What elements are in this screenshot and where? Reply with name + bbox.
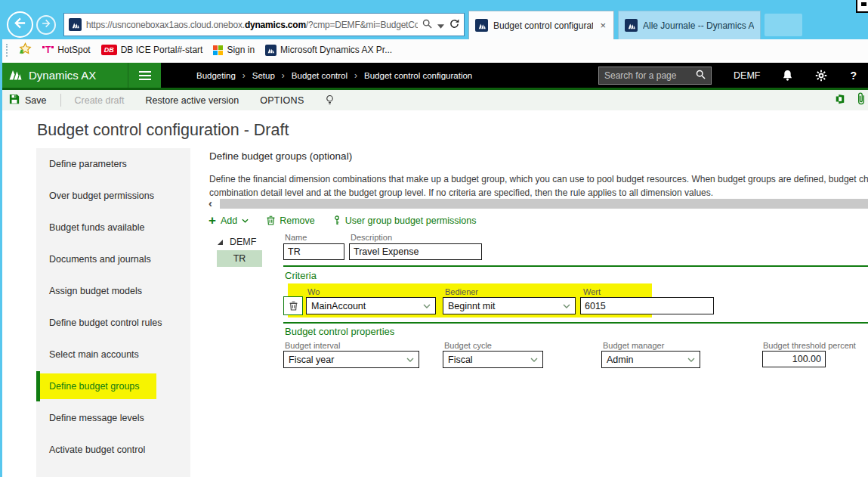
save-button[interactable]: Save [9, 94, 57, 107]
favorites-grip-handle[interactable] [6, 44, 8, 57]
sidebar-item-activate-budget-control[interactable]: Activate budget control [36, 434, 190, 466]
url-dropdown-icon[interactable] [437, 18, 444, 32]
budget-manager-label: Budget manager [603, 341, 664, 350]
page-search-input[interactable] [604, 70, 693, 81]
browser-tab-inactive[interactable]: Alle Journale -- Dynamics AX V... [618, 11, 761, 39]
home-button[interactable]: Dynamics AX [0, 67, 128, 84]
settings-gear-icon[interactable] [804, 63, 839, 88]
key-icon [333, 215, 341, 226]
chevron-down-icon [687, 358, 695, 362]
page-search-box[interactable] [598, 67, 712, 85]
minimize-icon [861, 2, 866, 6]
company-picker[interactable]: DEMF [722, 63, 771, 88]
value-input[interactable] [580, 297, 714, 314]
criteria-header: Criteria [285, 270, 317, 281]
attachments-paperclip-icon[interactable] [857, 92, 865, 108]
chevron-down-icon [406, 358, 414, 362]
notifications-bell-icon[interactable] [771, 63, 804, 88]
favorite-hotspot[interactable]: T HotSpot [42, 45, 91, 55]
add-button[interactable]: + Add [209, 215, 249, 226]
description-input[interactable] [349, 243, 482, 260]
budget-threshold-percent-input[interactable] [762, 351, 826, 367]
window-minimize-button[interactable] [856, 0, 868, 13]
sidebar-item-documents-and-journals[interactable]: Documents and journals [36, 243, 190, 275]
user-group-budget-permissions-button[interactable]: User group budget permissions [333, 215, 477, 226]
url-search-icon[interactable] [422, 18, 432, 32]
favorite-sign-in[interactable]: Sign in [213, 45, 255, 55]
back-arrow-icon [13, 16, 27, 33]
restore-active-version-button[interactable]: Restore active version [135, 95, 250, 106]
sidebar-item-budget-funds-available[interactable]: Budget funds available [36, 212, 190, 243]
save-floppy-icon [9, 94, 20, 107]
section-description-line1: Define the financial dimension combinati… [209, 174, 868, 184]
browser-back-button[interactable] [7, 11, 33, 38]
trash-icon [289, 301, 298, 311]
description-label: Description [351, 233, 392, 242]
section-divider [283, 265, 868, 267]
operator-dropdown[interactable]: Beginnt mit [443, 297, 576, 314]
sidebar-item-over-budget-permissions[interactable]: Over budget permissions [36, 180, 190, 212]
budget-interval-dropdown[interactable]: Fiscal year [283, 351, 419, 368]
tree-node-demf[interactable]: DEMF [218, 237, 256, 247]
where-dropdown[interactable]: MainAccount [306, 297, 436, 314]
favorite-db-ice-portal[interactable]: DB DB ICE Portal#-start [101, 45, 203, 55]
action-bar: Save Create draft Restore active version… [0, 90, 868, 110]
address-bar[interactable]: https://usnconeboxax1aos.cloud.onebox.dy… [63, 13, 465, 36]
dynamics-ax-logo [8, 67, 23, 84]
refresh-icon[interactable] [449, 18, 459, 32]
search-icon[interactable] [696, 69, 706, 82]
grid-toolbar: + Add Remove User group budget permissio… [209, 215, 476, 226]
header-right-tools: DEMF ? [598, 63, 868, 88]
chevron-down-icon [423, 304, 431, 308]
browser-title-bar: https://usnconeboxax1aos.cloud.onebox.dy… [0, 0, 868, 39]
name-input[interactable] [283, 243, 344, 260]
where-label: Wo [307, 287, 320, 296]
remove-button[interactable]: Remove [267, 215, 315, 226]
breadcrumb-budget-control-configuration[interactable]: Budget control configuration [364, 71, 472, 80]
open-in-office-icon[interactable] [835, 94, 845, 107]
ideas-lightbulb-icon[interactable] [315, 94, 344, 106]
budget-interval-label: Budget interval [285, 341, 340, 350]
favorite-dynamics-ax[interactable]: Microsoft Dynamics AX Pr... [265, 45, 392, 56]
create-draft-button[interactable]: Create draft [64, 95, 135, 106]
plus-icon: + [209, 215, 216, 226]
breadcrumb-budget-control[interactable]: Budget control [292, 71, 348, 80]
scroll-left-chevron-icon[interactable]: ‹ [209, 197, 212, 209]
options-menu-button[interactable]: OPTIONS [249, 95, 314, 106]
t-mobile-icon: T [42, 45, 54, 55]
browser-tab-active[interactable]: Budget control configuratio... × [468, 11, 614, 39]
browser-forward-button[interactable] [36, 15, 56, 35]
sidebar-item-select-main-accounts[interactable]: Select main accounts [36, 339, 190, 370]
breadcrumb-budgeting[interactable]: Budgeting [196, 71, 236, 80]
breadcrumb-setup[interactable]: Setup [252, 71, 275, 80]
tree-node-tr-selected[interactable]: TR [217, 250, 262, 267]
budget-cycle-dropdown[interactable]: Fiscal [443, 351, 543, 368]
url-text[interactable]: https://usnconeboxax1aos.cloud.onebox.dy… [86, 20, 418, 30]
settings-sidebar: Define parameters Over budget permission… [36, 148, 190, 477]
dynamics-favicon [265, 45, 276, 56]
action-bar-divider [60, 94, 61, 107]
sidebar-item-define-budget-control-rules[interactable]: Define budget control rules [36, 307, 190, 339]
chevron-down-icon [242, 218, 249, 223]
page-title: Budget control configuration - Draft [37, 121, 289, 140]
help-icon[interactable]: ? [839, 63, 868, 88]
sidebar-item-define-parameters[interactable]: Define parameters [36, 148, 190, 180]
sidebar-item-define-message-levels[interactable]: Define message levels [36, 402, 190, 434]
delete-criteria-row-button[interactable] [283, 296, 303, 315]
app-brand-block: Dynamics AX [0, 63, 161, 88]
horizontal-scrollbar[interactable] [220, 199, 868, 209]
breadcrumb-separator: › [354, 70, 357, 81]
hamburger-menu-icon[interactable] [128, 63, 161, 88]
budget-manager-dropdown[interactable]: Admin [601, 351, 700, 368]
tab-close-icon[interactable]: × [598, 20, 607, 31]
add-favorite-button[interactable] [19, 42, 32, 57]
chevron-down-icon [563, 304, 570, 308]
name-label: Name [285, 233, 307, 242]
new-tab-button[interactable] [765, 14, 802, 36]
sidebar-item-define-budget-groups[interactable]: Define budget groups [36, 370, 190, 402]
favorites-star-icon [19, 42, 32, 57]
sidebar-item-assign-budget-models[interactable]: Assign budget models [36, 275, 190, 307]
tree-expanded-icon[interactable] [218, 240, 223, 245]
value-label: Wert [583, 287, 601, 296]
operator-label: Bediener [445, 287, 478, 296]
